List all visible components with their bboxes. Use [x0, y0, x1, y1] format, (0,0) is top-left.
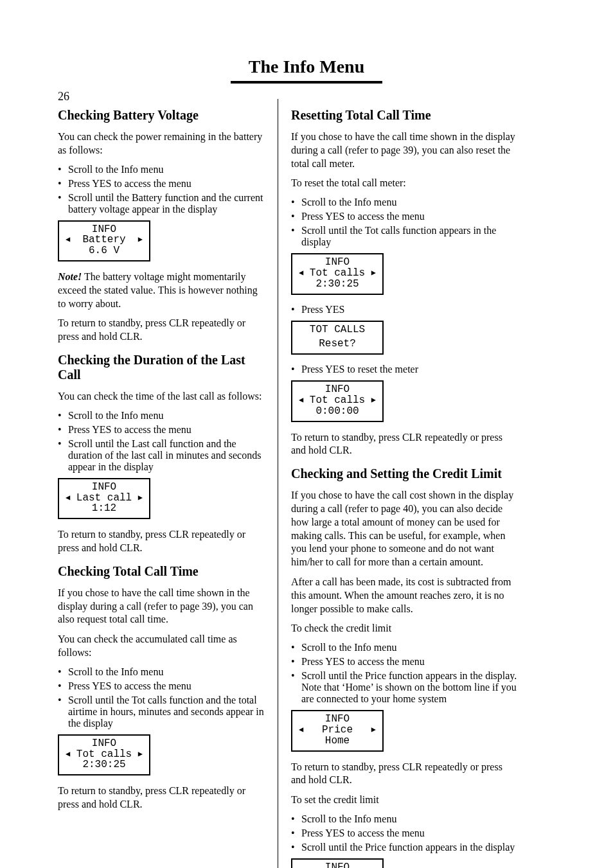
- lcd-price-2: INFO ◀ Price ▶ Home: [291, 858, 384, 868]
- lcd-text: Tot calls: [310, 268, 365, 279]
- step-text: Scroll until the Battery function and th…: [68, 192, 265, 215]
- bullet-icon: •: [291, 842, 298, 853]
- step: •Press YES to access the menu: [291, 211, 517, 222]
- step-text: Press YES to access the menu: [301, 828, 425, 839]
- lcd-reset-after: INFO ◀ Tot calls ▶ 0:00:00: [291, 380, 384, 421]
- triangle-left-icon: ◀: [66, 750, 70, 759]
- step: •Scroll until the Tot calls function app…: [291, 225, 517, 248]
- lcd-screenshot: INFO ◀ Battery ▶ 6.6 V: [58, 220, 265, 261]
- step-text: Press YES to access the menu: [301, 211, 425, 222]
- lcd-screenshot: INFO ◀ Tot calls ▶ 2:30:25: [58, 734, 265, 775]
- lcd-battery: INFO ◀ Battery ▶ 6.6 V: [58, 220, 150, 261]
- lcd-last-call: INFO ◀ Last call ▶ 1:12: [58, 478, 150, 519]
- bullet-icon: •: [291, 197, 298, 208]
- note-text: The battery voltage might momentarily ex…: [58, 271, 258, 309]
- lcd-line: INFO: [299, 714, 376, 725]
- page-title: The Info Menu: [0, 57, 613, 77]
- step-text: Scroll to the Info menu: [301, 813, 396, 825]
- columns: Checking Battery Voltage You can check t…: [0, 99, 613, 868]
- title-block: The Info Menu: [0, 57, 613, 84]
- step-text: Press YES to reset the meter: [301, 364, 418, 375]
- lcd-screenshot: INFO ◀ Last call ▶ 1:12: [58, 478, 265, 519]
- step: •Scroll until the Price function appears…: [291, 842, 517, 853]
- bullet-icon: •: [58, 192, 64, 215]
- step: •Scroll until the Battery function and t…: [58, 192, 265, 215]
- bullet-icon: •: [291, 642, 298, 653]
- triangle-right-icon: ▶: [138, 236, 143, 244]
- lcd-line: TOT CALLS: [299, 324, 376, 335]
- heading-credit: Checking and Setting the Credit Limit: [291, 466, 517, 481]
- lcd-line: 6.6 V: [66, 245, 143, 256]
- triangle-left-icon: ◀: [66, 236, 70, 244]
- step-text: Scroll until the Tot calls function and …: [68, 695, 265, 729]
- lcd-line: INFO: [299, 384, 376, 395]
- lcd-reset-before: INFO ◀ Tot calls ▶ 2:30:25: [291, 253, 384, 294]
- lcd-line: 2:30:25: [299, 279, 376, 290]
- step: •Scroll until the Last call function and…: [58, 438, 265, 473]
- step-text: Scroll until the Price function appears …: [301, 842, 515, 853]
- step-text: Press YES to access the menu: [68, 178, 191, 190]
- heading-tot-calls: Checking Total Call Time: [58, 564, 265, 579]
- step-text: Scroll until the Price function appears …: [301, 670, 517, 705]
- left-column: Checking Battery Voltage You can check t…: [0, 99, 278, 868]
- step-text: Scroll until the Tot calls function appe…: [301, 225, 517, 248]
- step: •Scroll to the Info menu: [58, 164, 265, 175]
- step: •Press YES to access the menu: [291, 828, 517, 839]
- page: 26 The Info Menu Checking Battery Voltag…: [0, 57, 613, 868]
- triangle-right-icon: ▶: [138, 494, 143, 502]
- bullet-icon: •: [58, 424, 64, 436]
- lcd-screenshot: INFO ◀ Price ▶ Home: [291, 858, 517, 868]
- bullet-icon: •: [291, 225, 298, 248]
- text: To return to standby, press CLR repeated…: [58, 784, 265, 811]
- step: •Scroll until the Tot calls function and…: [58, 695, 265, 729]
- text: To return to standby, press CLR repeated…: [58, 317, 265, 344]
- lcd-tot-calls: INFO ◀ Tot calls ▶ 2:30:25: [58, 734, 150, 775]
- lcd-screenshot: INFO ◀ Tot calls ▶ 0:00:00: [291, 380, 517, 421]
- lcd-screenshot: INFO ◀ Tot calls ▶ 2:30:25: [291, 253, 517, 294]
- step: •Scroll to the Info menu: [58, 666, 265, 678]
- bullet-icon: •: [58, 680, 64, 692]
- lcd-line: INFO: [299, 862, 376, 868]
- text: To reset the total call meter:: [291, 177, 517, 190]
- lcd-text: Battery: [82, 235, 125, 245]
- step-text: Scroll until the Last call function and …: [68, 438, 265, 473]
- lcd-line: INFO: [66, 224, 143, 235]
- lcd-text: Tot calls: [76, 749, 132, 760]
- heading-battery: Checking Battery Voltage: [58, 108, 265, 123]
- step: •Scroll to the Info menu: [291, 813, 517, 825]
- text: To return to standby, press CLR repeated…: [291, 431, 517, 458]
- text: To set the credit limit: [291, 793, 517, 807]
- lcd-line: ◀ Tot calls ▶: [66, 749, 143, 760]
- step-text: Press YES to access the menu: [301, 656, 425, 668]
- bullet-icon: •: [58, 695, 64, 729]
- bullet-icon: •: [291, 304, 298, 315]
- bullet-icon: •: [291, 211, 298, 222]
- bullet-icon: •: [58, 666, 64, 678]
- lcd-line: INFO: [66, 482, 143, 493]
- lcd-line: ◀ Tot calls ▶: [299, 268, 376, 279]
- step: •Press YES: [291, 304, 517, 315]
- step-text: Scroll to the Info menu: [68, 666, 163, 678]
- mini-heading: To set the credit limit: [291, 794, 379, 805]
- lcd-text: Tot calls: [310, 395, 365, 406]
- note-label: Note!: [58, 271, 82, 282]
- triangle-left-icon: ◀: [299, 269, 303, 278]
- heading-reset: Resetting Total Call Time: [291, 108, 517, 123]
- lcd-screenshot: INFO ◀ Price ▶ Home: [291, 710, 517, 751]
- text: You can check the accumulated call time …: [58, 633, 265, 660]
- title-underline: [231, 81, 382, 84]
- text: To return to standby, press CLR repeated…: [291, 761, 517, 788]
- step: •Scroll until the Price function appears…: [291, 670, 517, 705]
- text: You can check the power remaining in the…: [58, 130, 265, 157]
- bullet-icon: •: [291, 828, 298, 839]
- bullet-icon: •: [291, 670, 298, 705]
- bullet-icon: •: [291, 813, 298, 825]
- lcd-line: ◀ Price ▶: [299, 725, 376, 736]
- right-column: Resetting Total Call Time If you chose t…: [278, 99, 556, 868]
- heading-last-call: Checking the Duration of the Last Call: [58, 353, 265, 382]
- lcd-reset-confirm: TOT CALLS Reset?: [291, 321, 384, 355]
- triangle-left-icon: ◀: [299, 726, 303, 734]
- lcd-price-1: INFO ◀ Price ▶ Home: [291, 710, 384, 751]
- lcd-line: 0:00:00: [299, 406, 376, 417]
- lcd-line: ◀ Battery ▶: [66, 235, 143, 245]
